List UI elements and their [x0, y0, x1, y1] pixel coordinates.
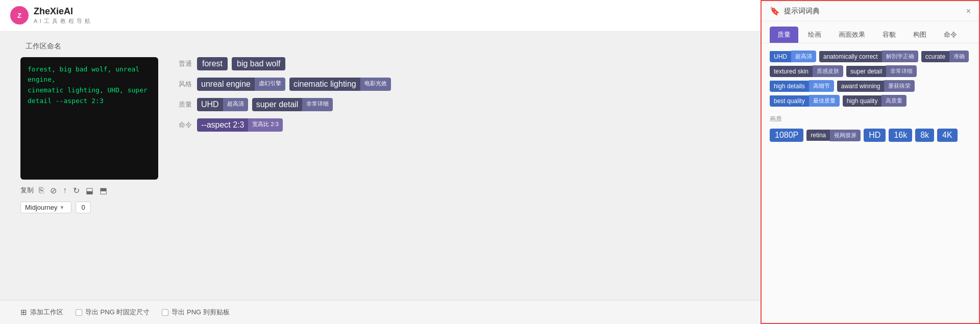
tag-row: 普通forestbig bad wolf [179, 57, 740, 70]
dict-tag-en: UHD [770, 51, 791, 62]
dict-tags: UHD超高清anatomically correct解剖学正确ccurate准确… [770, 51, 971, 107]
dict-tag-item[interactable]: best quality最佳质量 [770, 95, 840, 107]
dropdown-arrow-icon: ▼ [60, 205, 65, 210]
dict-section: UHD超高清anatomically correct解剖学正确ccurate准确… [770, 51, 971, 107]
dict-tag-en: super detail [846, 66, 886, 77]
import-icon[interactable]: ⬓ [85, 185, 94, 196]
left-panel: forest, big bad wolf, unreal engine, cin… [20, 57, 158, 290]
model-dropdown[interactable]: Midjourney ▼ [20, 202, 71, 213]
dict-tag-en: textured skin [770, 66, 813, 77]
tag-row-label: 命令 [179, 120, 193, 130]
tag-zh-label: 宽高比 2:3 [248, 118, 282, 132]
dict-tag-zh: 高细节 [809, 80, 834, 92]
model-dropdown-value: Midjourney [25, 204, 58, 211]
tag-item[interactable]: forest [197, 57, 228, 70]
header: Z ZheXieAI A I 工 具 教 程 导 航 [0, 0, 761, 32]
panel-title-text: 提示词词典 [784, 7, 820, 16]
upload-icon[interactable]: ↑ [62, 185, 68, 196]
dict-tag-item[interactable]: 1080P [770, 129, 803, 142]
count-box[interactable]: 0 [76, 202, 91, 213]
panel-tab-构图[interactable]: 构图 [905, 27, 934, 43]
clear-icon[interactable]: ⊘ [49, 185, 58, 196]
dict-tag-item[interactable]: 16k [889, 129, 912, 142]
tag-zh-label: 电影光效 [360, 78, 391, 91]
tag-item[interactable]: cinematic lighting电影光效 [289, 78, 391, 91]
tag-row-label: 风格 [179, 80, 193, 89]
dropdown-row: Midjourney ▼ 0 [20, 202, 158, 213]
tag-item[interactable]: unreal engine虚幻引擎 [197, 78, 285, 91]
export-icon[interactable]: ⬒ [99, 185, 108, 196]
export-png-size-button[interactable]: 导出 PNG 时固定尺寸 [76, 308, 150, 317]
tag-row: 命令--aspect 2:3宽高比 2:3 [179, 118, 740, 132]
panel-tab-质量[interactable]: 质量 [770, 27, 798, 43]
tag-row-label: 质量 [179, 100, 193, 109]
dict-tag-zh: 高质量 [881, 95, 906, 107]
dict-tag-en: award winning [837, 81, 885, 92]
dict-tag-en: best quality [770, 95, 809, 107]
copy-label[interactable]: 复制 [20, 186, 34, 195]
dict-tag-zh: 解剖学正确 [882, 51, 918, 62]
tag-en-label: UHD [197, 98, 223, 111]
tag-item[interactable]: --aspect 2:3宽高比 2:3 [197, 118, 283, 132]
dict-tag-item[interactable]: award winning屡获殊荣 [837, 80, 915, 92]
export-png-size-label: 导出 PNG 时固定尺寸 [85, 308, 150, 317]
add-workspace-label: 添加工作区 [30, 308, 63, 317]
tag-en-label: cinematic lighting [289, 78, 360, 91]
dict-tag-item[interactable]: retina视网膜屏 [806, 130, 861, 141]
dict-tag-item[interactable]: high quality高质量 [843, 95, 907, 107]
dict-tag-zh: 准确 [949, 51, 969, 62]
panel-close-button[interactable]: × [966, 7, 971, 16]
content-area: 工作区命名 forest, big bad wolf, unreal engin… [0, 32, 761, 300]
panel-tab-画面效果[interactable]: 画面效果 [831, 27, 873, 43]
logo-subtitle: A I 工 具 教 程 导 航 [34, 17, 91, 25]
toolbar-row: 复制 ⎘ ⊘ ↑ ↻ ⬓ ⬒ [20, 185, 158, 196]
add-workspace-icon: ⊞ [20, 308, 27, 317]
dict-tag-zh: 质感皮肤 [813, 65, 843, 77]
panel-tab-绘画[interactable]: 绘画 [800, 27, 829, 43]
add-workspace-button[interactable]: ⊞ 添加工作区 [20, 308, 63, 317]
bottom-bar: ⊞ 添加工作区 导出 PNG 时固定尺寸 导出 PNG 到剪贴板 [0, 300, 761, 324]
tag-item[interactable]: UHD超高清 [197, 98, 248, 111]
tag-zh-label: 超高清 [223, 98, 248, 111]
logo-icon: Z [10, 6, 29, 24]
dict-icon: 🔖 [770, 6, 780, 16]
tag-item[interactable]: big bad wolf [232, 57, 285, 70]
refresh-icon[interactable]: ↻ [72, 185, 81, 196]
dict-tag-item[interactable]: 8k [915, 129, 934, 142]
dict-tags: 1080Pretina视网膜屏HD16k8k4K [770, 129, 971, 142]
dict-tag-item[interactable]: HD [864, 129, 886, 142]
dict-tag-en: retina [806, 130, 830, 141]
panel-tabs: 质量绘画画面效果容貌构图命令 [762, 21, 979, 43]
tag-row: 风格unreal engine虚幻引擎cinematic lighting电影光… [179, 78, 740, 91]
panel-header: 🔖 提示词词典 × [762, 1, 979, 21]
logo-title: ZheXieAI [34, 6, 91, 17]
dict-tag-item[interactable]: super detail非常详细 [846, 65, 917, 77]
copy-icon[interactable]: ⎘ [38, 185, 45, 196]
code-box[interactable]: forest, big bad wolf, unreal engine, cin… [20, 57, 158, 180]
panel-content: UHD超高清anatomically correct解剖学正确ccurate准确… [762, 43, 979, 323]
export-png-clipboard-checkbox[interactable] [162, 309, 168, 316]
tag-row: 质量UHD超高清super detail非常详细 [179, 98, 740, 111]
dict-tag-item[interactable]: textured skin质感皮肤 [770, 65, 843, 77]
dict-tag-item[interactable]: anatomically correct解剖学正确 [819, 51, 918, 62]
dict-tag-item[interactable]: ccurate准确 [921, 51, 969, 62]
dict-tag-item[interactable]: 4K [937, 129, 958, 142]
code-text: forest, big bad wolf, unreal engine, cin… [28, 65, 148, 105]
dict-tag-en: high quality [843, 95, 882, 107]
dict-tag-zh: 最佳质量 [809, 95, 840, 107]
panel-tab-容貌[interactable]: 容貌 [875, 27, 903, 43]
export-png-clipboard-button[interactable]: 导出 PNG 到剪贴板 [162, 308, 229, 317]
tag-en-label: unreal engine [197, 78, 255, 91]
dict-tag-en: anatomically correct [819, 51, 882, 62]
export-png-size-checkbox[interactable] [76, 309, 82, 316]
dict-section-label: 画质 [770, 115, 971, 123]
dict-tag-item[interactable]: high details高细节 [770, 80, 834, 92]
tag-item[interactable]: super detail非常详细 [252, 98, 333, 111]
tag-zh-label: 非常详细 [302, 98, 333, 111]
dict-tag-item[interactable]: UHD超高清 [770, 51, 816, 62]
dict-section: 画质1080Pretina视网膜屏HD16k8k4K [770, 115, 971, 142]
dict-tag-en: ccurate [921, 51, 949, 62]
panel-tab-命令[interactable]: 命令 [936, 27, 965, 43]
dict-tag-zh: 视网膜屏 [830, 130, 861, 141]
tags-panel: 普通forestbig bad wolf风格unreal engine虚幻引擎c… [179, 57, 740, 290]
